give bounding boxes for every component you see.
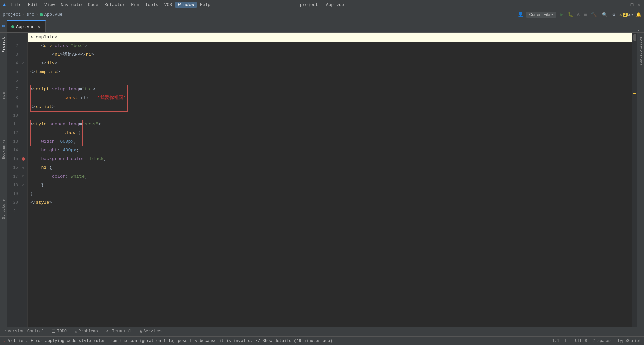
status-message[interactable]: Prettier: Error applying code style rule…	[6, 339, 332, 343]
menu-edit[interactable]: Edit	[25, 2, 41, 8]
gutter-fold-18[interactable]: ⊖	[21, 183, 26, 187]
token: h1	[86, 50, 91, 59]
gutter-row-12: 12	[7, 129, 27, 137]
code-line-1[interactable]: <template>	[28, 33, 632, 42]
code-line-4[interactable]: </div>	[28, 59, 632, 68]
run-button[interactable]: ▶	[559, 11, 565, 18]
code-line-20[interactable]: </style>	[28, 198, 632, 207]
bottom-tab-todo[interactable]: ☰ TODO	[48, 327, 71, 337]
alert-count: 1	[623, 13, 628, 17]
status-position[interactable]: 1:1	[552, 339, 559, 343]
line-number-5: 5	[7, 70, 21, 74]
menu-run[interactable]: Run	[128, 2, 142, 8]
code-line-3[interactable]: <h1>我是APP</h1>	[28, 50, 632, 59]
menu-window[interactable]: Window	[175, 2, 197, 8]
code-line-19[interactable]: }	[28, 190, 632, 198]
gutter-row-13: 13	[7, 137, 27, 146]
editor-tabs: ◧ App.vue ✕ ⋮	[0, 19, 644, 33]
sidebar-item-bookmarks[interactable]: Bookmarks	[1, 138, 6, 160]
tab-close-button[interactable]: ✕	[37, 24, 41, 29]
code-line-15[interactable]: background-color: black;	[28, 155, 632, 163]
breakpoint-15[interactable]	[21, 157, 26, 161]
bottom-tab-problems[interactable]: ⚠ Problems	[71, 327, 102, 337]
breadcrumb-project[interactable]: project	[3, 12, 21, 17]
status-right: 1:1 LF UTF-8 2 spaces TypeScript	[552, 339, 641, 343]
code-line-12[interactable]: .box {	[28, 129, 632, 137]
token: >	[55, 33, 57, 42]
token: div	[47, 59, 55, 68]
token: background-color	[41, 155, 85, 163]
build-button[interactable]: 🔨	[590, 11, 598, 18]
tab-app-vue[interactable]: App.vue ✕	[7, 20, 46, 32]
breadcrumb-src[interactable]: src	[26, 12, 34, 17]
code-line-8[interactable]: const str = '我爱你祖国'	[28, 94, 632, 102]
notifications-icon[interactable]: 🔔	[636, 12, 641, 17]
debug-button[interactable]: 🐛	[566, 11, 575, 18]
status-line-ending[interactable]: LF	[565, 339, 570, 343]
breadcrumb-sep-2: ›	[36, 12, 38, 17]
close-button[interactable]: ✕	[636, 2, 641, 8]
gutter-row-6: 6	[7, 76, 27, 85]
stop-button[interactable]: ◼	[583, 11, 588, 18]
code-line-6[interactable]	[28, 76, 632, 85]
menu-help[interactable]: Help	[197, 2, 213, 8]
line-number-17: 17	[7, 174, 21, 179]
bottom-tab-terminal[interactable]: >_ Terminal	[102, 327, 136, 337]
toolbar-right: 👤 Current File ▾ ▶ 🐛 ◎ ◼ 🔨 🔍 ⚙ ⚠ 1 ▲ ▼ 🔔	[518, 11, 641, 18]
breadcrumb-file[interactable]: App.vue	[40, 12, 63, 17]
code-line-18[interactable]: }	[28, 181, 632, 190]
menu-code[interactable]: Code	[85, 2, 101, 8]
gutter-fold-4[interactable]: ⊖	[21, 61, 26, 65]
user-icon[interactable]: 👤	[518, 12, 523, 17]
status-error-indicator: ⚠	[3, 339, 5, 344]
menu-refactor[interactable]: Refactor	[102, 2, 128, 8]
menu-view[interactable]: View	[42, 2, 57, 8]
token: <	[52, 50, 55, 59]
sidebar-item-project[interactable]: Project	[1, 36, 6, 54]
app-logo: ▲	[3, 2, 6, 8]
current-file-label: Current File	[529, 12, 550, 17]
minimize-button[interactable]: —	[623, 2, 628, 8]
status-encoding[interactable]: UTF-8	[575, 339, 587, 343]
search-icon[interactable]: 🔍	[601, 11, 609, 18]
code-line-17[interactable]: color: white;	[28, 172, 632, 181]
menu-vcs[interactable]: VCS	[162, 2, 175, 8]
token: width	[41, 137, 55, 146]
bottom-tab-version-control[interactable]: ↑ Version Control	[0, 327, 48, 337]
token	[30, 137, 41, 146]
sidebar-item-structure[interactable]: Structure	[1, 198, 6, 220]
code-line-16[interactable]: h1 {	[28, 163, 632, 172]
token: black	[90, 155, 104, 163]
code-line-21[interactable]	[28, 207, 632, 216]
scroll-thumb[interactable]	[633, 34, 636, 41]
code-line-10[interactable]	[28, 111, 632, 120]
menu-tools[interactable]: Tools	[143, 2, 161, 8]
code-line-11[interactable]: <style scoped lang="scss">	[28, 120, 632, 129]
sidebar-item-npm[interactable]: npm	[1, 91, 6, 100]
token: "scss"	[82, 120, 98, 129]
gutter-fold-16[interactable]: ⊖	[21, 166, 26, 170]
code-line-14[interactable]: height: 400px;	[28, 146, 632, 155]
settings-icon[interactable]: ⚙	[611, 11, 617, 18]
left-sidebar-toggle[interactable]: ◧	[0, 19, 7, 32]
current-file-button[interactable]: Current File ▾	[526, 12, 557, 18]
menu-navigate[interactable]: Navigate	[58, 2, 84, 8]
code-content[interactable]: <template> <div class="box"> <h1>我是APP</…	[28, 33, 632, 327]
status-indent[interactable]: 2 spaces	[592, 339, 612, 343]
status-language[interactable]: TypeScript	[617, 339, 641, 343]
bottom-tab-terminal-label: Terminal	[112, 329, 131, 334]
sidebar-item-notifications[interactable]: Notifications	[638, 36, 643, 67]
tab-more-button[interactable]: ⋮	[633, 26, 644, 32]
gutter-row-16: 16 ⊖	[7, 163, 27, 172]
code-line-13[interactable]: width: 600px;	[28, 137, 632, 146]
code-line-5[interactable]: </template>	[28, 68, 632, 76]
bottom-tab-services[interactable]: ◉ Services	[136, 327, 167, 337]
line-number-20: 20	[7, 200, 21, 205]
breadcrumb-sep-1: ›	[22, 12, 25, 17]
line-number-15: 15	[7, 157, 21, 161]
maximize-button[interactable]: □	[629, 2, 635, 8]
menu-file[interactable]: File	[9, 2, 24, 8]
todo-icon: ☰	[52, 329, 56, 334]
code-line-2[interactable]: <div class="box">	[28, 42, 632, 50]
coverage-button[interactable]: ◎	[576, 11, 581, 18]
